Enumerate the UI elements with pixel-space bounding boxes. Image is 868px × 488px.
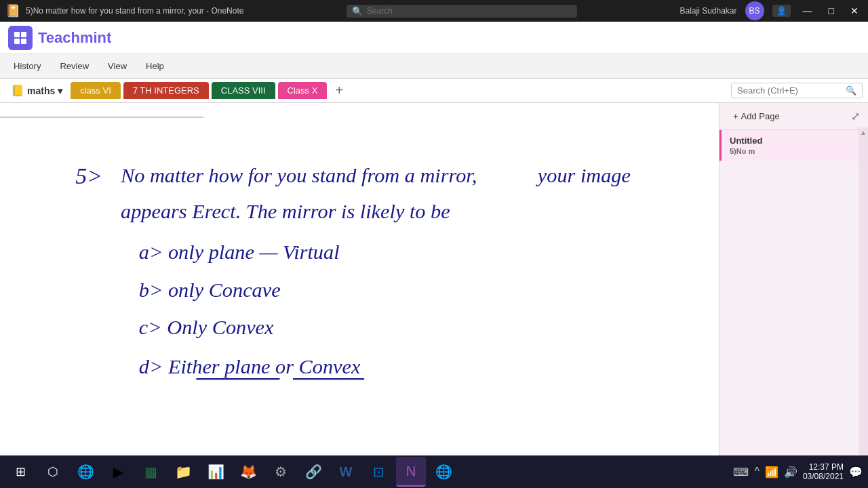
svg-text:c>  Only Convex: c> Only Convex [139, 316, 274, 339]
media-icon: ▶ [113, 464, 123, 480]
taskbar-outlook[interactable]: ⊡ [363, 457, 393, 487]
logo-text: Teachmint [38, 29, 111, 47]
taskbar-onenote[interactable]: N [396, 457, 426, 487]
notebook-name: maths [27, 85, 55, 96]
titlebar: 📔 5)No matter how for you stand from a m… [0, 0, 868, 22]
ribbon-view[interactable]: View [100, 58, 135, 74]
taskbar-firefox[interactable]: 🦊 [233, 457, 263, 487]
clock: 12:37 PM 03/08/2021 [803, 462, 844, 481]
windows-start-button[interactable]: ⊞ [5, 457, 35, 487]
minimize-button[interactable]: — [799, 4, 816, 18]
taskbar-chrome2[interactable]: 🌐 [429, 457, 458, 487]
svg-text:a>  only plane — Virtual: a> only plane — Virtual [139, 241, 340, 264]
taskbar-media[interactable]: ▶ [103, 457, 133, 487]
titlebar-title: 5)No matter how for you stand from a mir… [26, 6, 243, 16]
search-box[interactable]: 🔍 [731, 83, 863, 98]
tab-classviii[interactable]: CLASS VIII [212, 82, 275, 99]
titlebar-controls: Balaji Sudhakar BS 👤 — □ ✕ [679, 1, 863, 20]
ribbon-review[interactable]: Review [52, 58, 97, 74]
chevron-up-icon[interactable]: ^ [754, 466, 760, 478]
sidebar-header: + Add Page ⤢ [719, 103, 868, 130]
svg-text:No matter how for you stand fr: No matter how for you stand from a mirro… [120, 164, 477, 187]
sound-icon: 🔊 [784, 466, 797, 479]
add-icon: + [733, 111, 738, 121]
svg-rect-3 [21, 39, 26, 44]
titlebar-search-input[interactable] [367, 6, 572, 16]
main-area: 5> No matter how for you stand from a mi… [0, 103, 868, 488]
expand-button[interactable]: ⤢ [851, 110, 860, 123]
avatar: BS [745, 1, 764, 20]
search-input[interactable] [737, 85, 846, 96]
logo: Teachmint [8, 26, 111, 50]
search-icon: 🔍 [846, 85, 856, 96]
page-preview: 5)No m [730, 147, 860, 155]
maximize-button[interactable]: □ [825, 4, 838, 18]
ribbon-help[interactable]: Help [138, 58, 172, 74]
notification-icon[interactable]: 💬 [849, 466, 863, 479]
keyboard-icon: ⌨ [733, 466, 749, 479]
excel-icon: ▦ [144, 464, 157, 480]
ppt-icon: 📊 [208, 464, 224, 480]
titlebar-search[interactable]: 🔍 [347, 5, 577, 18]
taskbar-settings[interactable]: ⚙ [266, 457, 296, 487]
logobar: Teachmint [0, 22, 868, 54]
taskbar-word[interactable]: W [331, 457, 361, 487]
user-name: Balaji Sudhakar [679, 6, 736, 16]
tabbar: 📒 maths ▾ class VI 7 TH INTEGERS CLASS V… [0, 79, 868, 103]
svg-text:b>  only Concave: b> only Concave [139, 279, 281, 302]
svg-text:5>: 5> [75, 163, 102, 188]
page-title: Untitled [730, 136, 860, 146]
chrome-icon: 🌐 [77, 464, 94, 480]
svg-text:appears Erect.   The mirror is: appears Erect. The mirror is likely to b… [121, 200, 450, 223]
notebook-chevron: ▾ [58, 85, 62, 96]
app1-icon: 🔗 [305, 464, 322, 480]
svg-text:d>  Either plane or Convex: d> Either plane or Convex [139, 355, 361, 378]
svg-rect-1 [21, 32, 26, 37]
search-icon: 🔍 [352, 6, 363, 16]
add-section-button[interactable]: + [330, 81, 349, 100]
profile-icon[interactable]: 👤 [772, 5, 791, 17]
onenote-taskbar-icon: N [406, 464, 416, 479]
ribbon-history[interactable]: History [5, 58, 49, 74]
settings-icon: ⚙ [275, 464, 287, 480]
firefox-icon: 🦊 [240, 464, 257, 480]
handwriting-svg: 5> No matter how for you stand from a mi… [27, 117, 692, 455]
taskbar-files[interactable]: 📁 [168, 457, 198, 487]
titlebar-left: 📔 5)No matter how for you stand from a m… [5, 3, 243, 18]
taskbar-excel[interactable]: ▦ [136, 457, 165, 487]
sidebar-scrollbar[interactable]: ▲ ▼ [859, 127, 868, 488]
taskbar-chrome[interactable]: 🌐 [71, 457, 100, 487]
ribbon: History Review View Help [0, 54, 868, 79]
svg-rect-2 [14, 39, 20, 44]
scroll-up-arrow[interactable]: ▲ [860, 129, 867, 136]
taskbar-right: ⌨ ^ 📶 🔊 12:37 PM 03/08/2021 💬 [733, 462, 863, 481]
onenote-icon: 📔 [5, 3, 20, 18]
tab-classvi[interactable]: class VI [71, 82, 121, 99]
chrome2-icon: 🌐 [435, 464, 452, 480]
notebook-title[interactable]: 📒 maths ▾ [5, 84, 68, 97]
github-icon: ⬡ [47, 464, 58, 479]
svg-text:your image: your image [536, 164, 631, 187]
word-icon: W [340, 464, 353, 480]
tab-classx[interactable]: Class X [278, 82, 328, 99]
svg-rect-0 [14, 32, 20, 37]
page-item[interactable]: Untitled 5)No m [719, 130, 868, 161]
notebook-icon: 📒 [11, 84, 24, 97]
date-display: 03/08/2021 [803, 472, 844, 481]
add-page-button[interactable]: + Add Page [728, 108, 785, 124]
close-button[interactable]: ✕ [846, 4, 863, 18]
taskbar-powerpoint[interactable]: 📊 [201, 457, 231, 487]
logo-icon [8, 26, 33, 50]
folder-icon: 📁 [175, 464, 192, 480]
tab-integers[interactable]: 7 TH INTEGERS [123, 82, 209, 99]
taskbar-app1[interactable]: 🔗 [298, 457, 328, 487]
page-canvas[interactable]: 5> No matter how for you stand from a mi… [0, 103, 719, 488]
handwriting-area[interactable]: 5> No matter how for you stand from a mi… [27, 117, 692, 455]
windows-icon: ⊞ [16, 464, 26, 479]
add-page-label: Add Page [741, 111, 780, 121]
sidebar: + Add Page ⤢ Untitled 5)No m ▲ ▼ [719, 103, 868, 488]
time-display: 12:37 PM [809, 462, 844, 472]
taskbar: ⊞ ⬡ 🌐 ▶ ▦ 📁 📊 🦊 ⚙ 🔗 W ⊡ N [0, 455, 868, 488]
network-icon: 📶 [765, 466, 778, 479]
taskbar-github[interactable]: ⬡ [38, 457, 68, 487]
